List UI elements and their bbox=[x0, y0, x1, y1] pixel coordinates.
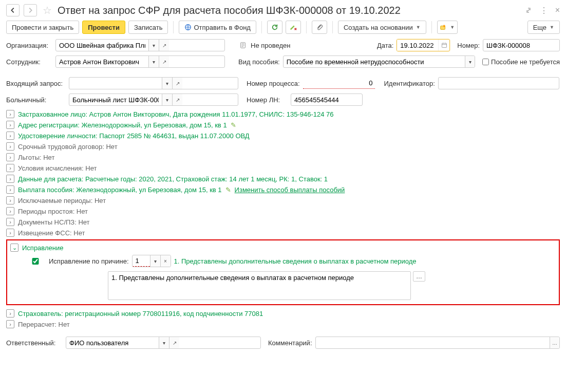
close-icon[interactable]: × bbox=[555, 6, 560, 15]
comment-field[interactable]: … bbox=[315, 337, 560, 349]
section-fss-notice[interactable]: Извещение ФСС: Нет bbox=[18, 229, 85, 237]
no-benefit-label: Пособие не требуется bbox=[491, 58, 560, 66]
more-dots-button[interactable]: … bbox=[413, 271, 425, 282]
benefit-type-label: Вид пособия: bbox=[238, 58, 280, 66]
responsible-field[interactable]: ▾ ↗ bbox=[66, 337, 261, 349]
clear-icon[interactable]: × bbox=[160, 255, 171, 267]
link-icon[interactable] bbox=[524, 6, 533, 14]
section-address[interactable]: Адрес регистрации: Железнодорожный, ул Б… bbox=[18, 121, 227, 129]
expand-toggle[interactable]: › bbox=[6, 153, 14, 161]
open-icon[interactable]: ↗ bbox=[159, 40, 169, 51]
expand-toggle[interactable]: › bbox=[6, 185, 14, 194]
chevron-down-icon[interactable]: ▾ bbox=[148, 40, 159, 51]
nav-back-button[interactable] bbox=[6, 4, 20, 16]
refresh-icon bbox=[271, 24, 278, 31]
chevron-down-icon: ▼ bbox=[416, 25, 421, 30]
arrow-left-icon bbox=[9, 7, 16, 14]
section-contract[interactable]: Срочный трудовой договор: Нет bbox=[18, 143, 118, 151]
reason-code-field[interactable]: ▾ × bbox=[132, 255, 171, 267]
chevron-down-icon[interactable]: ▾ bbox=[162, 94, 172, 105]
comment-label: Комментарий: bbox=[268, 339, 312, 347]
section-idle[interactable]: Периоды простоя: Нет bbox=[18, 208, 88, 215]
chevron-down-icon[interactable]: ▾ bbox=[159, 337, 169, 348]
open-icon[interactable]: ↗ bbox=[159, 56, 169, 67]
open-icon[interactable]: ↗ bbox=[169, 337, 179, 348]
expand-toggle[interactable]: › bbox=[6, 309, 14, 318]
expand-toggle[interactable]: ⌄ bbox=[10, 244, 18, 252]
expand-toggle[interactable]: › bbox=[6, 164, 14, 172]
incoming-request-field[interactable]: ▾ ↗ bbox=[69, 77, 238, 89]
attach-button[interactable] bbox=[312, 21, 327, 34]
employee-field[interactable]: ▾ ↗ bbox=[55, 55, 225, 68]
reason-text-area[interactable] bbox=[108, 271, 411, 300]
chevron-down-icon[interactable]: ▾ bbox=[465, 56, 475, 67]
section-payout[interactable]: Выплата пособия: Железнодорожный, ул Бер… bbox=[18, 186, 222, 194]
date-field[interactable] bbox=[397, 39, 450, 51]
expand-toggle[interactable]: › bbox=[6, 207, 14, 215]
expand-toggle[interactable]: › bbox=[6, 132, 14, 140]
date-label: Дата: bbox=[377, 42, 393, 49]
chevron-down-icon[interactable]: ▾ bbox=[150, 255, 160, 267]
responsible-label: Ответственный: bbox=[6, 339, 63, 347]
chevron-down-icon[interactable]: ▾ bbox=[162, 78, 172, 89]
more-button[interactable]: Еще▼ bbox=[527, 21, 560, 34]
status-text: Не проведен bbox=[251, 42, 290, 49]
section-calc-data[interactable]: Данные для расчета: Расчетные годы: 2020… bbox=[18, 175, 328, 183]
post-button[interactable]: Провести bbox=[82, 21, 125, 34]
delete-mark-button[interactable] bbox=[286, 21, 301, 34]
correction-reason-checkbox[interactable] bbox=[27, 258, 44, 265]
more-dots-button[interactable]: … bbox=[550, 337, 559, 348]
open-icon[interactable]: ↗ bbox=[172, 78, 182, 89]
section-excluded[interactable]: Исключаемые периоды: Нет bbox=[18, 197, 106, 204]
section-correction-title[interactable]: Исправление bbox=[22, 244, 63, 252]
number-field[interactable] bbox=[483, 39, 560, 51]
globe-icon bbox=[184, 24, 192, 31]
section-recalc[interactable]: Перерасчет: Нет bbox=[18, 321, 70, 328]
reason-code-note: 1. Представлены дополнительные сведения … bbox=[174, 257, 417, 265]
identifier-field[interactable] bbox=[438, 77, 559, 89]
expand-toggle[interactable]: › bbox=[6, 320, 14, 328]
section-insured[interactable]: Застрахованное лицо: Астров Антон Виктор… bbox=[18, 110, 333, 118]
edit-icon[interactable]: ✎ bbox=[225, 186, 231, 194]
organization-field[interactable]: ▾ ↗ bbox=[55, 39, 225, 51]
post-and-close-button[interactable]: Провести и закрыть bbox=[6, 21, 79, 34]
incoming-request-label: Входящий запрос: bbox=[6, 80, 66, 87]
change-payout-link[interactable]: Изменить способ выплаты пособий bbox=[235, 186, 345, 194]
calendar-icon[interactable] bbox=[438, 40, 449, 51]
paperclip-icon bbox=[316, 24, 323, 31]
expand-toggle[interactable]: › bbox=[6, 110, 14, 118]
employee-label: Сотрудник: bbox=[6, 58, 52, 66]
expand-toggle[interactable]: › bbox=[6, 196, 14, 204]
sick-list-field[interactable]: ▾ ↗ bbox=[69, 94, 238, 106]
edit-icon[interactable]: ✎ bbox=[231, 121, 236, 129]
more-menu-icon[interactable]: ⋮ bbox=[540, 6, 548, 15]
folder-star-icon bbox=[440, 24, 447, 31]
send-to-fund-button[interactable]: Отправить в Фонд bbox=[179, 21, 256, 34]
ln-number-field[interactable] bbox=[291, 94, 363, 106]
no-benefit-checkbox[interactable] bbox=[482, 59, 489, 65]
section-identity[interactable]: Удостоверение личности: Паспорт 2585 № 4… bbox=[18, 132, 250, 140]
expand-toggle[interactable]: › bbox=[6, 121, 14, 129]
record-button[interactable]: Записать bbox=[128, 21, 168, 34]
svg-rect-3 bbox=[442, 43, 446, 47]
correction-reason-label: Исправление по причине: bbox=[49, 257, 129, 265]
expand-toggle[interactable]: › bbox=[6, 175, 14, 183]
favorite-star-icon[interactable]: ☆ bbox=[41, 4, 53, 16]
section-benefits[interactable]: Льготы: Нет bbox=[18, 154, 54, 161]
nav-forward-button[interactable] bbox=[24, 4, 37, 16]
expand-toggle[interactable]: › bbox=[6, 229, 14, 237]
expand-toggle[interactable]: › bbox=[6, 218, 14, 226]
section-conditions[interactable]: Условия исчисления: Нет bbox=[18, 164, 97, 172]
create-on-basis-button[interactable]: Создать на основании▼ bbox=[338, 21, 426, 34]
section-insurer[interactable]: Страхователь: регистрационный номер 7708… bbox=[18, 310, 263, 318]
section-ns-docs[interactable]: Документы НС/ПЗ: Нет bbox=[18, 218, 90, 226]
page-title: Ответ на запрос СФР для расчета пособия … bbox=[58, 5, 401, 16]
benefit-type-field[interactable]: ▾ bbox=[283, 55, 475, 68]
process-no-label: Номер процесса: bbox=[247, 80, 300, 87]
refresh-button[interactable] bbox=[267, 21, 282, 34]
expand-toggle[interactable]: › bbox=[6, 142, 14, 151]
chevron-down-icon[interactable]: ▾ bbox=[148, 56, 159, 67]
open-icon[interactable]: ↗ bbox=[172, 94, 182, 105]
process-no-field[interactable] bbox=[303, 78, 375, 89]
wizard-button[interactable]: ▼ bbox=[437, 21, 458, 34]
